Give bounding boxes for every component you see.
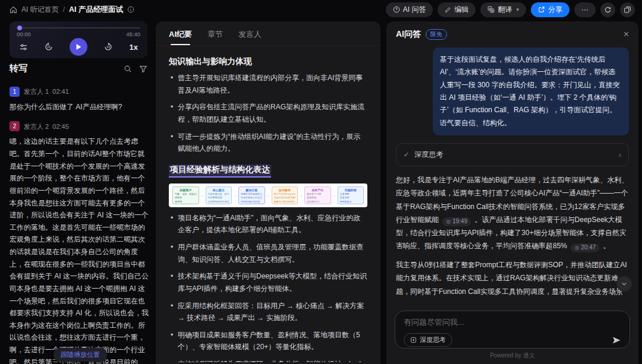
playback-speed[interactable]: 1x <box>130 43 138 52</box>
close-icon[interactable]: × <box>624 30 629 39</box>
svg-text:15: 15 <box>47 45 51 49</box>
share-button[interactable]: 分享 <box>531 2 569 17</box>
answer-text: 。 <box>603 242 610 250</box>
info-icon[interactable] <box>127 6 134 13</box>
search-icon[interactable] <box>124 65 132 73</box>
summary-tabs: AI纪要 章节 发言人 <box>156 21 380 46</box>
more-icon: ··· <box>581 5 588 14</box>
speaker-badge: 2 <box>10 121 20 131</box>
edit-label: 编辑 <box>454 5 468 15</box>
deep-think-collapsible[interactable]: ✓ 深度思考 › <box>396 143 629 166</box>
deep-think-icon <box>410 337 417 343</box>
ai-qa-button[interactable]: AI 问答 <box>386 2 433 17</box>
flowchart-image[interactable]: 目标用户 气象、水利、应急行业相关人员 值班员 管理层 → 核心痛点 信息检索分… <box>169 183 367 207</box>
flow-step-phases: 实施阶段 需求调研 业务分析 智能体设计 bad case优化 <box>338 186 364 204</box>
qa-input-placeholder[interactable]: 有问题尽管问我... <box>404 317 621 328</box>
flow-arrow: → <box>233 193 237 197</box>
forward-15-icon[interactable]: 15 <box>103 42 113 52</box>
audio-player: 00:00 45:40 15 15 1x <box>10 21 147 58</box>
edit-button[interactable]: 编辑 <box>438 2 476 17</box>
flow-arrow: → <box>332 193 336 197</box>
flow-step-painpoints: 核心痛点 信息检索分散、效率低 知识覆盖有限 文档撰写耗时不稳定 <box>206 186 232 204</box>
entry-text[interactable]: 那你为什么后面做了 AI产品经理啊? <box>10 101 149 113</box>
speaker-name: 发言人 1 <box>24 88 49 95</box>
svg-text:15: 15 <box>106 45 110 49</box>
summary-bullet: 明确项目成果如服务客户数量、盈利情况、落地项目数（5个）、专家智能体规模（20+… <box>178 329 367 353</box>
filter-icon[interactable] <box>139 65 147 73</box>
progress-bar[interactable] <box>17 27 140 29</box>
speaker-name: 发言人 2 <box>24 123 49 130</box>
send-icon[interactable] <box>612 335 621 345</box>
play-circle-icon: ◎ <box>446 217 451 227</box>
progress-knob[interactable] <box>17 26 22 30</box>
powered-by: Powered by 通义 <box>386 352 638 360</box>
qa-panel: AI问答 限免 × 基于这段面试复盘，候选人的自我介绍存在‘先传统后 AI’、‘… <box>386 21 638 364</box>
ai-qa-label: AI 问答 <box>403 5 426 15</box>
entry-time[interactable]: 02:41 <box>52 88 69 95</box>
section-heading-highlighted[interactable]: 项目经验解析与结构化表达 <box>169 164 271 178</box>
timestamp-chip[interactable]: ◎19:49 <box>442 217 471 226</box>
summary-bullet: 分享内容包括主流问答产品的RAG架构原理及知识库实施流程，帮助团队建立基础认知。 <box>178 101 367 125</box>
qa-panel-title: AI问答 <box>396 29 421 40</box>
summary-panel: AI纪要 章节 发言人 知识输出与影响力体现 曾主导开展知识库搭建流程的内部分享… <box>156 21 380 364</box>
breadcrumb-separator: / <box>63 5 65 14</box>
window-icon <box>624 6 631 14</box>
follow-playback-pill[interactable]: 跟随播放位置 <box>54 348 107 362</box>
flow-arrow: → <box>299 193 303 197</box>
qa-conversation[interactable]: 基于这段面试复盘，候选人的自我介绍存在‘先传统后 AI’、‘流水账’的问题。请你… <box>396 48 629 297</box>
chevron-down-icon: ▾ <box>516 7 519 12</box>
deep-think-label: 深度思考 <box>414 150 443 160</box>
check-icon: ✓ <box>404 151 409 159</box>
user-message-bubble: 基于这段面试复盘，候选人的自我介绍存在‘先传统后 AI’、‘流水账’的问题。请你… <box>433 48 629 135</box>
entry-time[interactable]: 02:45 <box>52 123 69 130</box>
flow-step-tech: 技术路径 基于千问与Deepseek大模型 结合行业知识库与API插件 构建30… <box>272 186 298 204</box>
qa-input-box[interactable]: 有问题尽管问我... 深度思考 <box>395 311 630 349</box>
transcript-list[interactable]: 1 发言人 1 02:41 那你为什么后面做了 AI产品经理啊? 2 发言人 2… <box>10 78 149 364</box>
timestamp-chip[interactable]: ◎20:47 <box>571 243 599 252</box>
summary-bullet: 技术架构基于通义千问与Deepseek等大模型，结合行业知识库与API插件，构建… <box>178 270 367 295</box>
summary-bullet: 曾主导开展知识库搭建流程的内部分享，面向非AI背景同事普及AI落地路径。 <box>178 72 367 96</box>
transcript-title: 转写 <box>10 63 27 74</box>
refresh-button[interactable] <box>600 2 615 17</box>
summary-bullet: 应采用结构化框架回答：目标用户 → 核心痛点 → 解决方案 → 技术路径 → 成… <box>178 300 367 324</box>
free-badge: 限免 <box>426 29 447 40</box>
share-icon <box>538 6 545 13</box>
tab-chapters[interactable]: 章节 <box>207 29 223 40</box>
flow-step-solution: 解决方案 构建本地化AI辅助工具 支持多角色人机交互 智能体编排与问答 <box>238 186 265 204</box>
transcript-entry: 1 发言人 1 02:41 那你为什么后面做了 AI产品经理啊? <box>10 86 149 113</box>
chevron-right-icon: › <box>619 151 621 159</box>
more-button[interactable]: ··· <box>574 2 596 17</box>
translate-label: 翻译 <box>498 5 512 15</box>
home-icon[interactable] <box>10 6 17 14</box>
total-time: 45:40 <box>126 31 140 37</box>
pencil-icon <box>445 7 451 13</box>
play-circle-icon: ◎ <box>574 243 579 253</box>
breadcrumb-home[interactable]: AI 听记首页 <box>21 5 59 15</box>
summary-bullet: 用户群体涵盖业务人员、值班员及管理层，功能覆盖数据查询、知识问答、人机交互与文档… <box>178 241 367 265</box>
flow-step-results: 成果产出 服务客户12家 实施案例 落地项目5个 <box>304 186 331 204</box>
equalizer-icon[interactable] <box>19 43 28 52</box>
deep-think-toggle[interactable]: 深度思考 <box>404 333 452 347</box>
current-time: 00:00 <box>17 31 31 37</box>
entry-text[interactable]: 嗯，这边的话主要是有以下几个点去考虑吧。首先第一个，目前的话AI整个市场它就是处… <box>10 135 149 364</box>
tab-ai-summary[interactable]: AI纪要 <box>169 29 192 40</box>
breadcrumb: AI 听记首页 / AI 产品经理面试 <box>10 5 134 15</box>
topbar: AI 听记首页 / AI 产品经理面试 AI 问答 编辑 翻译 ▾ 分享 ··· <box>0 0 642 19</box>
page-title: AI 产品经理面试 <box>69 5 123 15</box>
share-label: 分享 <box>548 5 562 15</box>
layout-button[interactable] <box>620 2 635 17</box>
play-button[interactable] <box>70 38 87 56</box>
rewind-15-icon[interactable]: 15 <box>44 42 54 52</box>
flow-arrow: → <box>200 193 204 197</box>
flow-step-users: 目标用户 气象、水利、应急行业相关人员 值班员 管理层 <box>172 186 199 204</box>
transcript-entry: 2 发言人 2 02:45 嗯，这边的话主要是有以下几个点去考虑吧。首先第一个，… <box>10 121 149 364</box>
qa-icon <box>393 6 400 13</box>
scroll-to-bottom-button[interactable] <box>616 276 632 292</box>
flow-arrow: → <box>266 193 270 197</box>
summary-content[interactable]: 知识输出与影响力体现 曾主导开展知识库搭建流程的内部分享，面向非AI背景同事普及… <box>156 46 380 362</box>
translate-button[interactable]: 翻译 ▾ <box>480 2 526 17</box>
topbar-actions: AI 问答 编辑 翻译 ▾ 分享 ··· <box>386 2 635 17</box>
ai-answer: 您好，我是专注于AI产品落地的B端产品经理，过去四年深耕气象、水利、应急等政企领… <box>396 173 629 297</box>
refresh-icon <box>604 6 612 14</box>
tab-speakers[interactable]: 发言人 <box>238 29 262 40</box>
